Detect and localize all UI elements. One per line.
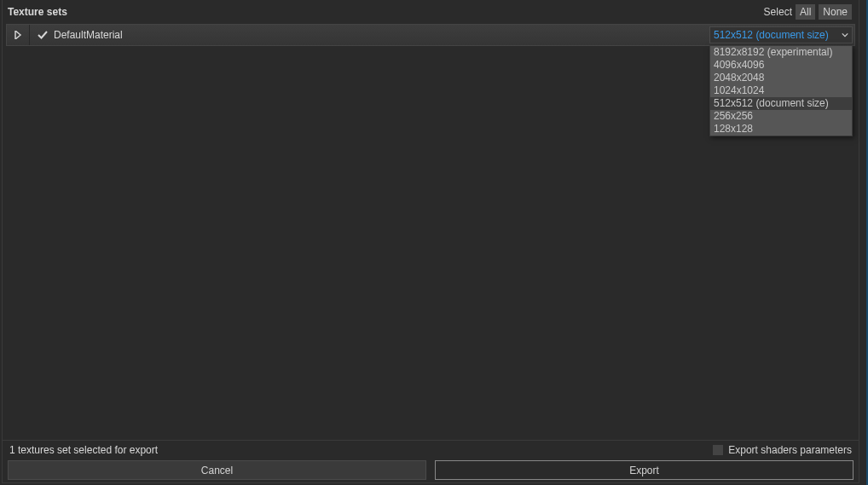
export-button[interactable]: Export [435, 460, 854, 480]
size-option[interactable]: 2048x2048 [710, 72, 852, 84]
size-option[interactable]: 1024x1024 [710, 84, 852, 97]
size-dropdown: 8192x8192 (experimental)4096x40962048x20… [709, 45, 853, 136]
size-option[interactable]: 4096x4096 [710, 59, 852, 72]
combobox-selected-value: 512x512 (document size) [714, 29, 829, 41]
size-option[interactable]: 8192x8192 (experimental) [710, 46, 852, 59]
size-option[interactable]: 512x512 (document size) [710, 97, 852, 110]
expand-button[interactable] [7, 25, 29, 45]
select-all-button[interactable]: All [796, 4, 815, 20]
size-option[interactable]: 256x256 [710, 110, 852, 123]
export-shaders-label: Export shaders parameters [728, 444, 852, 456]
select-none-button[interactable]: None [819, 4, 852, 20]
export-shaders-checkbox[interactable] [713, 445, 723, 455]
cancel-button[interactable]: Cancel [8, 460, 426, 480]
header-title: Texture sets [8, 6, 67, 18]
texture-set-row[interactable]: DefaultMaterial 512x512 (document size) … [6, 24, 855, 46]
check-icon[interactable] [37, 29, 49, 41]
chevron-down-icon [842, 29, 848, 41]
select-label: Select [764, 6, 792, 18]
chevron-right-icon [14, 29, 22, 42]
status-text: 1 textures set selected for export [9, 444, 158, 456]
texture-set-name: DefaultMaterial [54, 29, 123, 41]
size-option[interactable]: 128x128 [710, 123, 852, 136]
size-combobox[interactable]: 512x512 (document size) [709, 26, 853, 43]
